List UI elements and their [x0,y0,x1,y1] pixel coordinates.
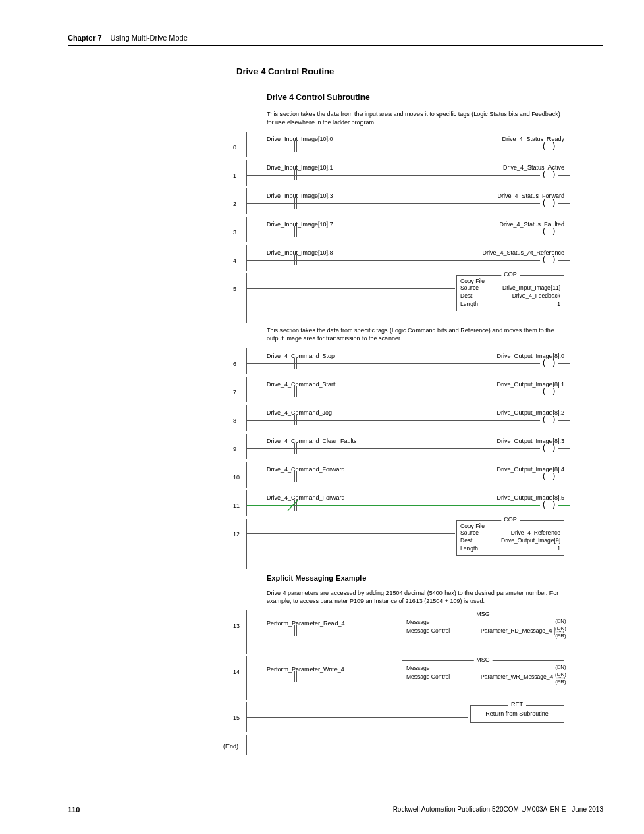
description-2: This section takes the data from specifi… [267,326,564,342]
xic-contact-icon [284,443,304,454]
ladder-rung: 10Drive_4_Command_ForwardDrive_Output_Im… [246,462,570,488]
input-tag: Drive_4_Command_Forward [267,466,345,473]
coil-icon: ( ) [540,227,558,236]
ladder-end: (End) [246,735,570,755]
ladder-rung: 1Drive_Input_Image[10].1Drive_4_Status_A… [246,160,570,186]
rung-number: 2 [233,201,236,207]
xic-contact-icon [284,471,304,482]
xic-contact-icon [284,141,304,152]
xic-contact-icon [284,386,304,397]
coil-icon: ( ) [540,142,558,151]
subroutine-title: Drive 4 Control Subroutine [267,93,570,102]
input-tag: Perform_Parameter_Read_4 [267,620,345,627]
instruction-title: COP [501,516,520,523]
description-1: This section takes the data from the inp… [267,110,564,126]
ladder-rung: 13Perform_Parameter_Read_4MSGMessageMess… [246,610,570,654]
ret-instruction: RETReturn from Subroutine [470,705,564,723]
xic-contact-icon [284,255,304,265]
xic-contact-icon [284,198,304,209]
msg-status-flags: (EN)(DN)(ER) [555,618,566,639]
rung-number: 1 [233,172,236,179]
cop-instruction: COPCopy FileSourceDrive_4_ReferenceDestD… [456,520,564,556]
rung-number: 13 [233,623,240,629]
ladder-rung: 8Drive_4_Command_JogDrive_Output_Image[8… [246,405,570,431]
ladder-rung: 5COPCopy FileSourceDrive_Input_Image[11]… [246,273,570,323]
rung-number: 7 [233,389,236,396]
ladder-rung: 15RETReturn from Subroutine [246,702,570,732]
instruction-title: COP [501,271,520,278]
input-tag: Drive_4_Command_Clear_Faults [267,438,357,444]
coil-icon: ( ) [540,444,558,453]
ladder-rung: 2Drive_Input_Image[10].3Drive_4_Status_F… [246,188,570,214]
coil-icon: ( ) [540,415,558,425]
ladder-rung: 12COPCopy FileSourceDrive_4_ReferenceDes… [246,519,570,569]
cop-instruction: COPCopy FileSourceDrive_Input_Image[11]D… [456,275,564,311]
ladder-rung: 14Perform_Parameter_Write_4MSGMessageMes… [246,656,570,700]
coil-icon: ( ) [540,500,558,510]
page-footer: 110 Rockwell Automation Publication 520C… [68,806,603,814]
ladder-rung: 4Drive_Input_Image[10].8Drive_4_Status_A… [246,245,570,271]
xic-contact-icon [284,226,304,237]
instruction-title: MSG [473,656,493,663]
ladder-rung: 7Drive_4_Command_StartDrive_Output_Image… [246,377,570,402]
page-header: Chapter 7 Using Multi-Drive Mode [68,34,603,46]
xic-contact-icon [284,625,304,636]
rung-number: 0 [233,144,236,151]
msg-instruction: MSGMessageMessage ControlParameter_WR_Me… [402,660,564,694]
description-3: Drive 4 parameters are accessed by addin… [267,589,564,605]
coil-icon: ( ) [540,199,558,208]
instruction-title: RET [508,701,526,708]
ladder-rung: 9Drive_4_Command_Clear_FaultsDrive_Outpu… [246,434,570,459]
xio-contact-icon [284,500,304,511]
rung-number: 11 [233,502,240,509]
xic-contact-icon [284,358,304,369]
chapter-title: Using Multi-Drive Mode [111,34,188,42]
rung-number: 5 [233,286,236,292]
rung-number: 8 [233,417,236,424]
msg-instruction: MSGMessageMessage ControlParameter_RD_Me… [402,615,564,648]
rung-number: 10 [233,474,240,481]
xic-contact-icon [284,415,304,425]
rung-number: 4 [233,257,236,264]
instruction-title: MSG [473,610,493,617]
ladder-rung: 0Drive_Input_Image[10].0Drive_4_Status_R… [246,132,570,157]
chapter-label: Chapter 7 [68,34,102,42]
input-tag: Drive_4_Command_Forward [267,494,345,501]
explicit-title: Explicit Messaging Example [267,574,570,582]
ladder-diagram: Drive 4 Control Subroutine This section … [246,90,570,755]
rung-number: 3 [233,229,236,236]
ladder-rung: 6Drive_4_Command_StopDrive_Output_Image[… [246,348,570,374]
publication-info: Rockwell Automation Publication 520COM-U… [393,806,603,814]
coil-icon: ( ) [540,472,558,481]
xic-contact-icon [284,671,304,682]
ladder-rung: 3Drive_Input_Image[10].7Drive_4_Status_F… [246,217,570,242]
input-tag: Perform_Parameter_Write_4 [267,666,344,673]
page-number: 110 [68,806,80,814]
section-title: Drive 4 Control Routine [236,66,603,76]
rung-number: 12 [233,531,240,538]
svg-line-0 [288,500,298,511]
end-label: (End) [223,743,238,750]
rung-number: 9 [233,446,236,452]
coil-icon: ( ) [540,255,558,265]
msg-status-flags: (EN)(DN)(ER) [555,664,566,685]
coil-icon: ( ) [540,359,558,368]
rung-number: 15 [233,714,240,721]
coil-icon: ( ) [540,170,558,180]
ladder-rung: 11Drive_4_Command_ForwardDrive_Output_Im… [246,490,570,516]
xic-contact-icon [284,170,304,180]
coil-icon: ( ) [540,387,558,396]
rung-number: 6 [233,361,236,367]
rung-number: 14 [233,669,240,675]
